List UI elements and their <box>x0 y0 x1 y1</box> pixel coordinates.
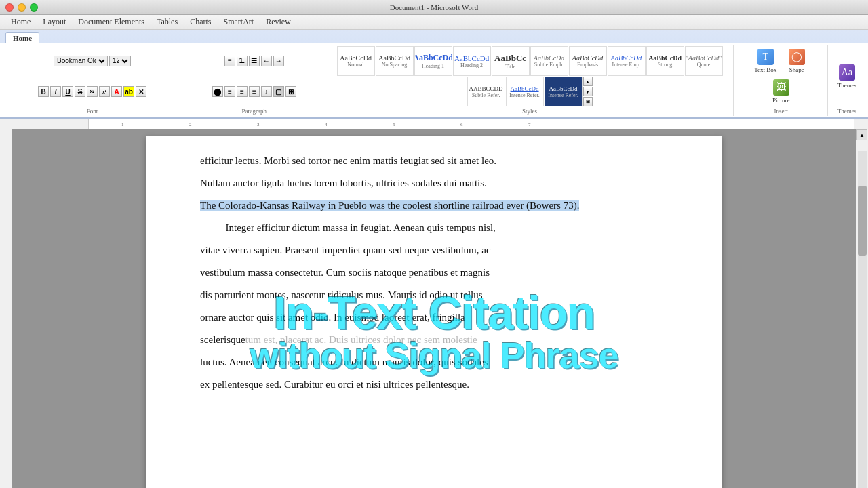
align-right-button[interactable]: ≡ <box>237 86 248 97</box>
insert-group-label: Insert <box>774 106 788 115</box>
menu-review[interactable]: Review <box>260 16 296 28</box>
number-list-button[interactable]: 1. <box>237 56 248 66</box>
paragraph-1: efficitur lectus. Morbi sed tortor nec e… <box>200 150 668 172</box>
svg-text:3: 3 <box>257 122 260 127</box>
paragraph-3-highlighted: The Colorado-Kansas Railway in Pueblo wa… <box>200 195 668 217</box>
ribbon-groups: Bookman Old Style 12 B I U S x₂ x² A ab … <box>0 43 868 118</box>
scroll-up-arrow[interactable]: ▲ <box>856 129 867 140</box>
style-intense-ref[interactable]: AaBbCcDdIntense Refer. <box>506 77 544 106</box>
style-scroll-up[interactable]: ▲ <box>583 77 593 86</box>
para2-text: Nullam auctor ligula luctus lorem lobort… <box>200 178 487 188</box>
main-layout: efficitur lectus. Morbi sed tortor nec e… <box>0 129 868 488</box>
themes-icon: Aa <box>839 64 855 81</box>
styles-group-label: Styles <box>522 106 537 115</box>
shapes-icon: ◯ <box>789 49 805 65</box>
picture-icon: 🖼 <box>773 79 789 96</box>
outline-list-button[interactable]: ☰ <box>249 56 260 66</box>
font-color-button[interactable]: A <box>111 86 122 97</box>
style-emphasis[interactable]: AaBbCcDdEmphasis <box>569 46 607 76</box>
style-subtle-emph[interactable]: AaBbCcDdSubtle Emph. <box>530 46 568 76</box>
underline-button[interactable]: U <box>62 86 73 97</box>
text-box-label: Text Box <box>754 66 776 73</box>
menu-layout[interactable]: Layout <box>37 16 71 28</box>
minimize-button[interactable] <box>18 3 26 12</box>
style-subtle-ref[interactable]: AaBbCcDdSubtle Refer. <box>467 77 505 106</box>
align-center-button[interactable]: ≡ <box>224 86 235 97</box>
paragraph-5c: ex pellentesque sed. Curabitur eu orci e… <box>200 373 668 396</box>
window-controls[interactable] <box>5 3 38 12</box>
indent-decrease-button[interactable]: ← <box>261 56 272 66</box>
style-strong[interactable]: AaBbCcDdStrong <box>646 46 684 76</box>
svg-text:1: 1 <box>121 122 124 127</box>
menu-home[interactable]: Home <box>5 16 36 28</box>
style-heading2[interactable]: AaBbCcDdHeading 2 <box>453 46 491 76</box>
picture-label: Picture <box>772 97 790 104</box>
italic-button[interactable]: I <box>50 86 61 97</box>
paragraph-5b: luctus. Aenean eu consequat arcu. In dic… <box>200 351 668 373</box>
para4d-text: dis parturient montes, nascetur ridiculu… <box>200 289 483 300</box>
clear-format-button[interactable]: ✕ <box>136 86 146 97</box>
paragraph-4e: ornare auctor quis sit amet odio. In eui… <box>200 306 668 329</box>
para5a-text: scelerisquetum est, placerat ac. Duis ul… <box>200 334 477 345</box>
bullet-list-button[interactable]: ≡ <box>224 56 235 66</box>
shapes-label: Shape <box>789 66 804 73</box>
font-family-select[interactable]: Bookman Old Style <box>54 56 108 66</box>
font-controls-area: Bookman Old Style 12 B I U S x₂ x² A ab … <box>7 46 178 106</box>
paragraph-group-label: Paragraph <box>242 106 267 115</box>
tab-home[interactable]: Home <box>5 32 39 43</box>
svg-text:4: 4 <box>325 122 328 127</box>
paragraph-4b: vitae viverra sapien. Praesent imperdiet… <box>200 239 668 262</box>
menu-document-elements[interactable]: Document Elements <box>73 16 150 28</box>
font-controls: Bookman Old Style 12 <box>54 56 131 66</box>
font-size-select[interactable]: 12 <box>109 56 131 66</box>
picture-button[interactable]: 🖼 Picture <box>766 78 796 105</box>
svg-text:7: 7 <box>528 122 531 127</box>
style-intense-ref2[interactable]: AaBbCcDdIntense Refer. <box>545 77 583 106</box>
style-heading1[interactable]: AaBbCcDdHeading 1 <box>414 46 452 76</box>
align-justify-button[interactable]: ≡ <box>249 86 260 97</box>
left-panel <box>0 129 12 488</box>
superscript-button[interactable]: x² <box>99 86 110 97</box>
style-quote[interactable]: "AaBbCcDd"Quote <box>685 46 723 76</box>
ribbon-group-font: Bookman Old Style 12 B I U S x₂ x² A ab … <box>3 45 182 116</box>
line-spacing-button[interactable]: ↕ <box>261 86 272 97</box>
text-box-button[interactable]: T Text Box <box>751 47 781 75</box>
scrollbar-thumb[interactable] <box>858 186 867 256</box>
menu-tables[interactable]: Tables <box>151 16 183 28</box>
svg-text:5: 5 <box>393 122 395 127</box>
ruler-inner: 1 2 3 4 5 6 7 <box>88 119 854 129</box>
scrollbar-track[interactable] <box>858 151 867 488</box>
style-more[interactable]: ⊞ <box>583 97 593 106</box>
subscript-button[interactable]: x₂ <box>87 86 98 97</box>
themes-group-label: Themes <box>837 106 857 115</box>
ribbon-group-paragraph: ≡ 1. ☰ ← → ⬤ ≡ ≡ ≡ ↕ ▢ ⊞ Paragraph <box>184 45 325 116</box>
menu-smartart[interactable]: SmartArt <box>218 16 259 28</box>
maximize-button[interactable] <box>30 3 38 12</box>
themes-button[interactable]: Aa Themes <box>832 63 862 90</box>
bold-button[interactable]: B <box>38 86 49 97</box>
strikethrough-button[interactable]: S <box>75 86 85 97</box>
style-intense-emph[interactable]: AaBbCcDdIntense Emp. <box>608 46 646 76</box>
style-scroll-down[interactable]: ▼ <box>583 87 593 96</box>
paragraph-controls: ≡ 1. ☰ ← → ⬤ ≡ ≡ ≡ ↕ ▢ ⊞ <box>188 46 320 106</box>
paragraph-4: Integer efficitur dictum massa in feugia… <box>200 217 668 239</box>
paragraph-4d: dis parturient montes, nascetur ridiculu… <box>200 284 668 306</box>
paragraph-5a: scelerisquetum est, placerat ac. Duis ul… <box>200 329 668 351</box>
indent-increase-button[interactable]: → <box>273 56 284 66</box>
menu-charts[interactable]: Charts <box>184 16 216 28</box>
list-buttons: ≡ 1. ☰ ← → <box>224 56 284 66</box>
style-title[interactable]: AaBbCcTitle <box>492 46 530 76</box>
ribbon-tabs: Home <box>0 30 868 43</box>
align-left-button[interactable]: ⬤ <box>212 86 223 97</box>
font-group-label: Font <box>87 106 98 115</box>
shading-button[interactable]: ▢ <box>273 86 284 97</box>
border-button[interactable]: ⊞ <box>285 86 296 97</box>
para4-text: Integer efficitur dictum massa in feugia… <box>226 222 496 233</box>
style-no-spacing[interactable]: AaBbCcDdNo Spacing <box>376 46 414 76</box>
document-page[interactable]: efficitur lectus. Morbi sed tortor nec e… <box>146 136 722 488</box>
shapes-button[interactable]: ◯ Shape <box>782 47 812 75</box>
highlight-button[interactable]: ab <box>123 86 134 97</box>
style-normal[interactable]: AaBbCcDdNormal <box>337 46 375 76</box>
style-scroll-buttons: ▲ ▼ ⊞ <box>583 77 593 106</box>
close-button[interactable] <box>5 3 14 12</box>
